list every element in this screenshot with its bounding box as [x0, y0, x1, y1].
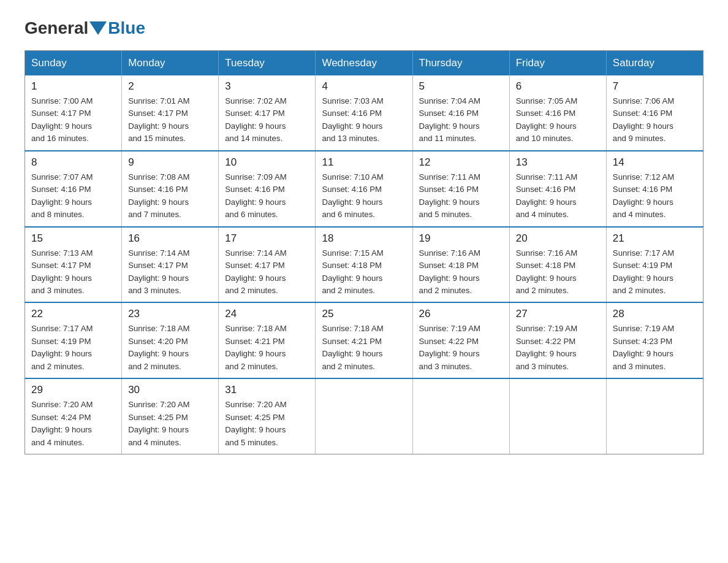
weekday-header-thursday: Thursday [412, 51, 509, 76]
day-number: 13 [516, 156, 600, 169]
day-number: 3 [225, 80, 309, 93]
day-number: 20 [516, 232, 600, 245]
day-number: 7 [613, 80, 697, 93]
day-info: Sunrise: 7:13 AMSunset: 4:17 PMDaylight:… [31, 247, 115, 297]
day-number: 9 [128, 156, 212, 169]
calendar-table: SundayMondayTuesdayWednesdayThursdayFrid… [25, 50, 703, 454]
day-number: 11 [322, 156, 406, 169]
day-info: Sunrise: 7:19 AMSunset: 4:22 PMDaylight:… [419, 323, 503, 373]
weekday-header-sunday: Sunday [25, 51, 122, 76]
day-info: Sunrise: 7:20 AMSunset: 4:24 PMDaylight:… [31, 399, 115, 449]
calendar-cell: 17Sunrise: 7:14 AMSunset: 4:17 PMDayligh… [219, 227, 316, 303]
calendar-cell [316, 378, 412, 454]
day-info: Sunrise: 7:14 AMSunset: 4:17 PMDaylight:… [225, 247, 309, 297]
calendar-cell: 13Sunrise: 7:11 AMSunset: 4:16 PMDayligh… [509, 151, 606, 227]
day-info: Sunrise: 7:15 AMSunset: 4:18 PMDaylight:… [322, 247, 406, 297]
calendar-week-row: 8Sunrise: 7:07 AMSunset: 4:16 PMDaylight… [25, 151, 703, 227]
calendar-cell: 27Sunrise: 7:19 AMSunset: 4:22 PMDayligh… [509, 302, 606, 378]
calendar-cell: 28Sunrise: 7:19 AMSunset: 4:23 PMDayligh… [606, 302, 703, 378]
day-info: Sunrise: 7:19 AMSunset: 4:23 PMDaylight:… [613, 323, 697, 373]
calendar-cell: 22Sunrise: 7:17 AMSunset: 4:19 PMDayligh… [25, 302, 122, 378]
calendar-cell: 4Sunrise: 7:03 AMSunset: 4:16 PMDaylight… [316, 75, 412, 151]
day-number: 27 [516, 308, 600, 320]
calendar-cell: 6Sunrise: 7:05 AMSunset: 4:16 PMDaylight… [509, 75, 606, 151]
day-info: Sunrise: 7:17 AMSunset: 4:19 PMDaylight:… [31, 323, 115, 373]
day-info: Sunrise: 7:03 AMSunset: 4:16 PMDaylight:… [322, 95, 406, 145]
weekday-header-saturday: Saturday [606, 51, 703, 76]
calendar-cell: 26Sunrise: 7:19 AMSunset: 4:22 PMDayligh… [412, 302, 509, 378]
calendar-week-row: 22Sunrise: 7:17 AMSunset: 4:19 PMDayligh… [25, 302, 703, 378]
calendar-cell: 3Sunrise: 7:02 AMSunset: 4:17 PMDaylight… [219, 75, 316, 151]
day-number: 10 [225, 156, 309, 169]
day-number: 2 [128, 80, 212, 93]
day-number: 19 [419, 232, 503, 245]
day-info: Sunrise: 7:04 AMSunset: 4:16 PMDaylight:… [419, 95, 503, 145]
page-header: General Blue [25, 18, 703, 38]
calendar-cell: 7Sunrise: 7:06 AMSunset: 4:16 PMDaylight… [606, 75, 703, 151]
day-info: Sunrise: 7:18 AMSunset: 4:21 PMDaylight:… [322, 323, 406, 373]
calendar-cell: 11Sunrise: 7:10 AMSunset: 4:16 PMDayligh… [316, 151, 412, 227]
day-info: Sunrise: 7:02 AMSunset: 4:17 PMDaylight:… [225, 95, 309, 145]
day-number: 23 [128, 308, 212, 320]
calendar-cell: 10Sunrise: 7:09 AMSunset: 4:16 PMDayligh… [219, 151, 316, 227]
calendar-cell: 15Sunrise: 7:13 AMSunset: 4:17 PMDayligh… [25, 227, 122, 303]
day-info: Sunrise: 7:20 AMSunset: 4:25 PMDaylight:… [128, 399, 212, 449]
day-number: 16 [128, 232, 212, 245]
day-info: Sunrise: 7:08 AMSunset: 4:16 PMDaylight:… [128, 171, 212, 221]
calendar-cell: 8Sunrise: 7:07 AMSunset: 4:16 PMDaylight… [25, 151, 122, 227]
day-number: 6 [516, 80, 600, 93]
day-number: 28 [613, 308, 697, 320]
day-info: Sunrise: 7:09 AMSunset: 4:16 PMDaylight:… [225, 171, 309, 221]
weekday-header-monday: Monday [122, 51, 219, 76]
day-number: 25 [322, 308, 406, 320]
day-number: 17 [225, 232, 309, 245]
day-info: Sunrise: 7:05 AMSunset: 4:16 PMDaylight:… [516, 95, 600, 145]
weekday-header-friday: Friday [509, 51, 606, 76]
day-info: Sunrise: 7:20 AMSunset: 4:25 PMDaylight:… [225, 399, 309, 449]
calendar-cell: 24Sunrise: 7:18 AMSunset: 4:21 PMDayligh… [219, 302, 316, 378]
calendar-week-row: 15Sunrise: 7:13 AMSunset: 4:17 PMDayligh… [25, 227, 703, 303]
calendar-cell: 21Sunrise: 7:17 AMSunset: 4:19 PMDayligh… [606, 227, 703, 303]
calendar-cell: 30Sunrise: 7:20 AMSunset: 4:25 PMDayligh… [122, 378, 219, 454]
weekday-header-tuesday: Tuesday [219, 51, 316, 76]
day-info: Sunrise: 7:17 AMSunset: 4:19 PMDaylight:… [613, 247, 697, 297]
day-number: 24 [225, 308, 309, 320]
day-info: Sunrise: 7:12 AMSunset: 4:16 PMDaylight:… [613, 171, 697, 221]
calendar-week-row: 29Sunrise: 7:20 AMSunset: 4:24 PMDayligh… [25, 378, 703, 454]
calendar-cell: 29Sunrise: 7:20 AMSunset: 4:24 PMDayligh… [25, 378, 122, 454]
weekday-header-wednesday: Wednesday [316, 51, 412, 76]
day-info: Sunrise: 7:16 AMSunset: 4:18 PMDaylight:… [419, 247, 503, 297]
logo: General Blue [25, 18, 145, 38]
day-number: 12 [419, 156, 503, 169]
day-info: Sunrise: 7:18 AMSunset: 4:21 PMDaylight:… [225, 323, 309, 373]
calendar-cell: 5Sunrise: 7:04 AMSunset: 4:16 PMDaylight… [412, 75, 509, 151]
calendar-cell: 12Sunrise: 7:11 AMSunset: 4:16 PMDayligh… [412, 151, 509, 227]
calendar-cell: 25Sunrise: 7:18 AMSunset: 4:21 PMDayligh… [316, 302, 412, 378]
calendar-cell [606, 378, 703, 454]
calendar-cell: 16Sunrise: 7:14 AMSunset: 4:17 PMDayligh… [122, 227, 219, 303]
day-info: Sunrise: 7:00 AMSunset: 4:17 PMDaylight:… [31, 95, 115, 145]
calendar-cell: 9Sunrise: 7:08 AMSunset: 4:16 PMDaylight… [122, 151, 219, 227]
day-info: Sunrise: 7:14 AMSunset: 4:17 PMDaylight:… [128, 247, 212, 297]
day-info: Sunrise: 7:11 AMSunset: 4:16 PMDaylight:… [516, 171, 600, 221]
calendar-week-row: 1Sunrise: 7:00 AMSunset: 4:17 PMDaylight… [25, 75, 703, 151]
day-number: 21 [613, 232, 697, 245]
day-info: Sunrise: 7:19 AMSunset: 4:22 PMDaylight:… [516, 323, 600, 373]
calendar-cell: 2Sunrise: 7:01 AMSunset: 4:17 PMDaylight… [122, 75, 219, 151]
weekday-header-row: SundayMondayTuesdayWednesdayThursdayFrid… [25, 51, 703, 76]
day-number: 18 [322, 232, 406, 245]
day-number: 31 [225, 384, 309, 396]
calendar-cell: 23Sunrise: 7:18 AMSunset: 4:20 PMDayligh… [122, 302, 219, 378]
day-number: 15 [31, 232, 115, 245]
day-number: 30 [128, 384, 212, 396]
day-number: 26 [419, 308, 503, 320]
day-info: Sunrise: 7:07 AMSunset: 4:16 PMDaylight:… [31, 171, 115, 221]
calendar-cell: 14Sunrise: 7:12 AMSunset: 4:16 PMDayligh… [606, 151, 703, 227]
calendar-cell [509, 378, 606, 454]
day-info: Sunrise: 7:11 AMSunset: 4:16 PMDaylight:… [419, 171, 503, 221]
calendar-cell [412, 378, 509, 454]
logo-triangle-icon [89, 21, 107, 35]
day-number: 22 [31, 308, 115, 320]
day-info: Sunrise: 7:01 AMSunset: 4:17 PMDaylight:… [128, 95, 212, 145]
logo-blue-text: Blue [108, 18, 145, 38]
